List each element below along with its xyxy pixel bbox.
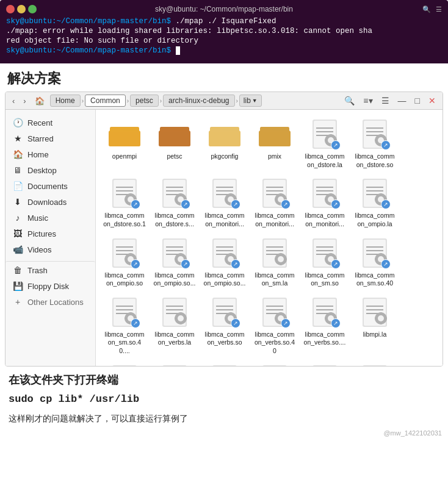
sidebar-item-music[interactable]: ♪ Music: [5, 210, 95, 226]
file-item-22[interactable]: libmca_common_verbs.so....: [301, 293, 349, 358]
file-item-1[interactable]: petsc: [151, 115, 198, 171]
add-icon: +: [13, 297, 23, 307]
sidebar-item-floppy[interactable]: 💾 Floppy Disk: [5, 278, 95, 294]
file-badge-20: [231, 318, 240, 328]
file-icon-22: [309, 296, 341, 328]
svg-rect-84: [275, 198, 277, 201]
file-item-17[interactable]: libmca_common_sm.so.40: [351, 234, 399, 290]
svg-rect-240: [112, 365, 137, 366]
terminal-output-1: ./mpap: error while loading shared libra…: [6, 27, 372, 35]
section3-code: sudo cp lib* /usr/lib: [0, 391, 448, 407]
sidebar-item-desktop[interactable]: 🖥 Desktop: [5, 162, 95, 178]
terminal-minimize-btn[interactable]: [17, 5, 26, 13]
file-icon-11: [359, 177, 391, 209]
file-item-20[interactable]: libmca_common_verbs.so: [201, 293, 248, 358]
svg-rect-172: [375, 258, 377, 260]
svg-rect-251: [162, 365, 187, 366]
file-item-9[interactable]: libmca_common_monitori...: [251, 174, 298, 231]
pictures-icon: 🖼: [13, 229, 23, 238]
svg-rect-239: [385, 317, 387, 320]
fm-view-list-button[interactable]: ≡▾: [360, 95, 375, 107]
videos-icon: 📹: [13, 245, 23, 254]
file-item-28[interactable]: libmpi_mpifh.so: [301, 360, 349, 366]
fm-view-grid-button[interactable]: ☰: [378, 95, 392, 107]
fm-back-button[interactable]: ‹: [9, 95, 18, 107]
file-item-5[interactable]: libmca_common_dstore.so: [351, 115, 399, 171]
file-name-3: pmix: [268, 152, 281, 161]
file-item-8[interactable]: libmca_common_monitori...: [201, 174, 248, 231]
file-item-18[interactable]: libmca_common_sm.so.40....: [101, 293, 148, 358]
file-item-2[interactable]: pkgconfig: [201, 115, 248, 171]
svg-rect-117: [125, 258, 127, 260]
file-item-27[interactable]: libmpi_mpifh.la: [251, 360, 298, 366]
terminal-menu-icon[interactable]: ☰: [436, 5, 442, 13]
file-badge-21: [281, 318, 291, 328]
file-item-6[interactable]: libmca_common_dstore.so.1: [101, 174, 148, 231]
fm-maximize-button[interactable]: □: [412, 95, 423, 107]
file-item-13[interactable]: libmca_common_ompio.so...: [151, 234, 198, 290]
section2-heading: 在该文件夹下打开终端: [0, 367, 448, 391]
file-icon-10: [309, 177, 341, 209]
file-name-21: libmca_common_verbs.so.40: [253, 331, 296, 356]
file-item-26[interactable]: libmpi.so.40.30.4: [201, 360, 248, 366]
file-item-7[interactable]: libmca_common_dstore.s...: [151, 174, 198, 231]
sidebar-label-starred: Starred: [27, 134, 54, 143]
sidebar-item-home[interactable]: 🏠 Home: [5, 146, 95, 162]
fm-close-button[interactable]: ✕: [425, 95, 439, 107]
sidebar-item-recent[interactable]: 🕐 Recent: [5, 115, 95, 131]
terminal-titlebar: sky@ubuntu: ~/Common/mpap-master/bin 🔍 ☰: [6, 5, 442, 13]
fm-search-button[interactable]: 🔍: [341, 95, 358, 107]
file-item-12[interactable]: libmca_common_ompio.so: [101, 234, 148, 290]
file-icon-20: [209, 296, 240, 328]
file-item-14[interactable]: libmca_common_ompio.so...: [201, 234, 248, 290]
starred-icon: ★: [13, 134, 23, 143]
file-item-4[interactable]: libmca_common_dstore.la: [301, 115, 349, 171]
filemanager: ‹ › 🏠 Home › Common › petsc › arch-linux…: [5, 91, 443, 367]
file-icon-15: [259, 237, 291, 269]
fm-breadcrumb-common[interactable]: Common: [85, 95, 126, 107]
terminal-close-btn[interactable]: [6, 5, 15, 13]
svg-rect-29: [325, 139, 327, 141]
fm-breadcrumb-lib[interactable]: lib ▼: [239, 95, 262, 107]
terminal-maximize-btn[interactable]: [28, 5, 37, 13]
terminal-title: sky@ubuntu: ~/Common/mpap-master/bin: [155, 5, 293, 13]
fm-breadcrumb-arch[interactable]: arch-linux-c-debug: [163, 95, 234, 107]
terminal-search-icon[interactable]: 🔍: [422, 5, 431, 13]
fm-breadcrumb-home[interactable]: Home: [50, 95, 81, 107]
sidebar-item-videos[interactable]: 📹 Videos: [5, 242, 95, 257]
file-icon-26: [209, 364, 240, 366]
fm-breadcrumb-petsc[interactable]: petsc: [130, 95, 159, 107]
file-item-29[interactable]: libmpi_mpifh.so.40: [351, 360, 399, 366]
svg-rect-170: [380, 253, 382, 256]
file-item-24[interactable]: libmpi.so: [101, 360, 148, 366]
svg-rect-60: [179, 193, 182, 196]
file-item-16[interactable]: libmca_common_sm.so: [301, 234, 349, 290]
file-name-6: libmca_common_dstore.so.1: [103, 212, 146, 228]
file-item-25[interactable]: libmpi.so.40: [151, 360, 198, 366]
terminal-line-4: sky@ubuntu:~/Common/mpap-master/bin$: [6, 46, 442, 55]
sidebar-item-trash[interactable]: 🗑 Trash: [5, 261, 95, 278]
svg-rect-27: [330, 134, 332, 137]
sidebar-item-downloads[interactable]: ⬇ Downloads: [5, 194, 95, 210]
file-item-3[interactable]: pmix: [251, 115, 298, 171]
file-item-10[interactable]: libmca_common_monitori...: [301, 174, 349, 231]
fm-minimize-button[interactable]: —: [395, 95, 410, 107]
file-item-0[interactable]: openmpi: [101, 115, 148, 171]
sidebar-item-other-locations[interactable]: + Other Locations: [5, 294, 95, 310]
sidebar-label-trash: Trash: [27, 266, 48, 275]
sidebar-item-starred[interactable]: ★ Starred: [5, 131, 95, 146]
file-item-23[interactable]: libmpi.la: [351, 293, 399, 358]
sidebar-item-documents[interactable]: 📄 Documents: [5, 178, 95, 194]
trash-icon: 🗑: [13, 265, 23, 275]
file-item-15[interactable]: libmca_common_sm.la: [251, 234, 298, 290]
file-icon-4: [309, 118, 341, 150]
file-item-21[interactable]: libmca_common_verbs.so.40: [251, 293, 298, 358]
fm-forward-button[interactable]: ›: [20, 95, 29, 107]
terminal-icon-right: 🔍 ☰: [422, 5, 442, 13]
svg-rect-238: [375, 317, 377, 320]
file-name-0: openmpi: [112, 152, 137, 161]
svg-rect-295: [363, 365, 387, 366]
sidebar-item-pictures[interactable]: 🖼 Pictures: [5, 226, 95, 242]
file-item-19[interactable]: libmca_common_verbs.la: [151, 293, 198, 358]
file-item-11[interactable]: libmca_common_ompio.la: [351, 174, 399, 231]
